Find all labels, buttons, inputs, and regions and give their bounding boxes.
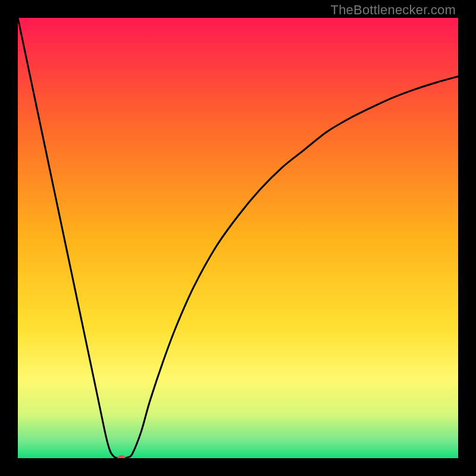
watermark-text: TheBottlenecker.com	[331, 2, 456, 18]
chart-frame	[18, 18, 458, 458]
bottleneck-chart	[18, 18, 458, 458]
gradient-background	[18, 18, 458, 458]
